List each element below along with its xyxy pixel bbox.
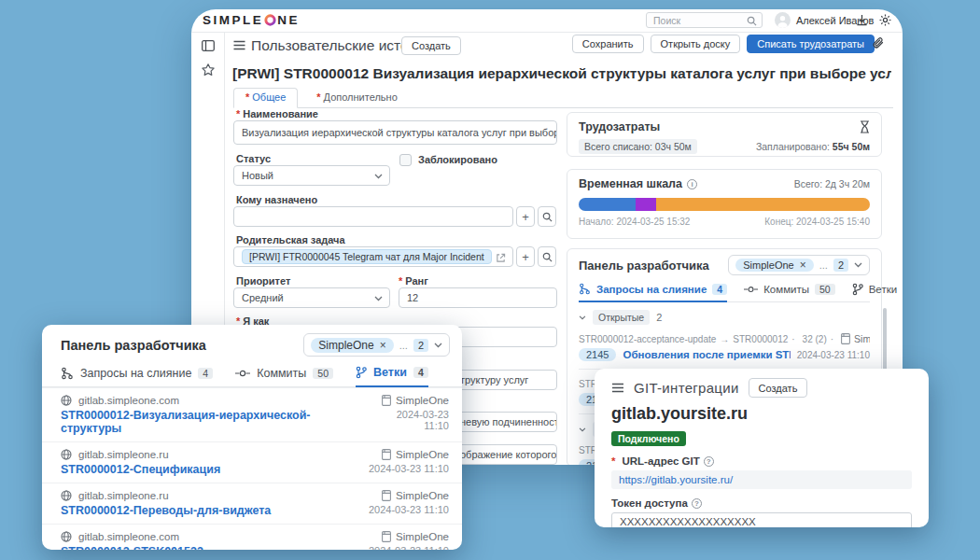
open-board-button[interactable]: Открыть доску (651, 35, 741, 53)
search-placeholder: Поиск (653, 15, 680, 26)
branches-count-badge: 4 (413, 367, 428, 378)
git-card-title[interactable]: GIT-интеграции (634, 380, 739, 396)
parent-add-button[interactable]: + (516, 246, 535, 267)
hamburger-menu-icon[interactable] (611, 383, 624, 393)
globe-icon (61, 395, 72, 406)
branch-link[interactable]: STR0000012-STSK001532 (61, 545, 203, 550)
locked-checkbox[interactable] (399, 154, 412, 166)
dev-panel-tabs: Запросы на слияние 4 Коммиты 50 Ветки 4 (579, 283, 870, 302)
logo-text-post: NE (277, 13, 300, 27)
tab-merge-requests[interactable]: Запросы на слияние 4 (579, 283, 727, 302)
name-field[interactable]: Визуализация иерархической структуры кат… (233, 120, 557, 145)
branch-domain: gitlab.simpleone.ru (61, 490, 271, 501)
remove-tag-icon[interactable]: × (800, 259, 806, 271)
section-open[interactable]: Открытые 2 (579, 310, 870, 325)
dev-card-tabs: Запросы на слияние 4 Коммиты 50 Ветки 4 (42, 366, 462, 387)
repo-filter-tag[interactable]: SimpleOne × (735, 259, 813, 272)
branch-row[interactable]: gitlab.simpleone.com STR0000012-Визуализ… (42, 387, 462, 441)
branch-domain: gitlab.simpleone.com (61, 395, 370, 406)
mr-count-badge: 4 (712, 284, 727, 295)
branch-link[interactable]: STR0000012-Переводы-для-виджета (61, 504, 271, 517)
chevron-down-icon[interactable] (434, 343, 442, 348)
download-icon[interactable] (856, 14, 868, 26)
parent-search-button[interactable] (538, 246, 556, 267)
remove-tag-icon[interactable]: × (380, 340, 386, 351)
dev-card-title: Панель разработчика (61, 338, 206, 353)
section-open-count: 2 (656, 312, 662, 323)
tab-branches[interactable]: Ветки 4 (852, 283, 903, 301)
assignee-add-button[interactable]: + (516, 206, 535, 227)
branch-source: SimpleOne (369, 490, 449, 501)
work-panel-title: Трудозатраты (579, 120, 660, 133)
parent-task-field[interactable]: [PRWI] FTR0000045 Telegram чат для Major… (233, 246, 513, 267)
priority-value: Средний (242, 292, 284, 303)
branch-domain: gitlab.simpleone.ru (61, 449, 220, 460)
journal-icon (382, 449, 391, 460)
required-marker: * (399, 275, 402, 287)
help-icon[interactable]: ? (704, 456, 714, 467)
parent-task-label: Родительская задача (236, 234, 345, 245)
tab-general[interactable]: *Общее (233, 88, 298, 108)
paperclip-icon[interactable] (873, 37, 884, 49)
assignee-search-button[interactable] (538, 206, 556, 227)
save-button[interactable]: Сохранить (572, 35, 644, 53)
hourglass-icon[interactable] (860, 120, 870, 133)
repo-filter-select[interactable]: SimpleOne × ... 2 (303, 333, 450, 357)
section-open-chip: Открытые (593, 310, 650, 325)
board-panel-icon[interactable] (202, 40, 215, 51)
assignee-label: Кому назначено (236, 194, 317, 205)
tab-commits[interactable]: Коммиты 50 (744, 283, 835, 301)
priority-select[interactable]: Средний (233, 287, 390, 308)
tab-merge-requests[interactable]: Запросы на слияние 4 (61, 366, 213, 386)
timeline-total: Всего: 2д 3ч 20м (794, 178, 870, 189)
info-icon[interactable]: i (687, 179, 697, 189)
timeline-end: Конец: 2024-03-25 15:40 (764, 217, 870, 227)
branch-link[interactable]: STR0000012-Спецификация (61, 463, 220, 476)
mr1-source: SimpleOne (841, 333, 870, 344)
git-create-button[interactable]: Создать (749, 378, 808, 398)
search-input[interactable]: Поиск (646, 12, 763, 28)
branch-date: 2024-03-23 11:10 (369, 463, 449, 474)
name-label: *Наименование (236, 108, 318, 119)
branch-row[interactable]: gitlab.simpleone.ru STR0000012-Переводы-… (42, 483, 462, 524)
tab-commits[interactable]: Коммиты 50 (235, 366, 333, 386)
name-value: Визуализация иерархической структуры кат… (242, 127, 557, 138)
branch-source: SimpleOne (369, 449, 449, 460)
tab-additional[interactable]: *Дополнительно (313, 89, 400, 107)
repo-filter-tag[interactable]: SimpleOne × (311, 338, 393, 353)
log-time-button[interactable]: Списать трудозатраты (747, 35, 875, 53)
branch-date: 2024-03-23 11:10 (369, 504, 449, 515)
search-icon (542, 212, 553, 222)
git-token-field[interactable]: XXXXXXXXXXXXXXXXXXX (611, 512, 912, 527)
filter-ellipsis: ... (819, 259, 828, 271)
mr-count-badge: 4 (198, 368, 213, 379)
parent-task-tag[interactable]: [PRWI] FTR0000045 Telegram чат для Major… (242, 249, 492, 264)
logo-text-pre: SIMPLE (203, 13, 263, 27)
repo-filter-select[interactable]: SimpleOne × ... 2 (728, 255, 870, 275)
help-icon[interactable]: ? (692, 498, 702, 509)
hamburger-menu-icon[interactable] (233, 40, 245, 50)
favorite-star-icon[interactable] (201, 63, 216, 77)
commits-count-badge: 50 (815, 284, 835, 295)
status-label: Статус (236, 153, 271, 164)
git-url-field[interactable]: https://gitlab.yoursite.ru/ (611, 470, 912, 489)
settings-gear-icon[interactable] (878, 13, 892, 27)
branch-row[interactable]: gitlab.simpleone.ru STR0000012-Специфика… (42, 441, 462, 483)
rank-field[interactable]: 12 (399, 287, 557, 308)
git-url-link[interactable]: https://gitlab.yoursite.ru/ (619, 474, 733, 485)
required-marker: * (236, 108, 240, 119)
chevron-down-icon[interactable] (854, 262, 862, 268)
branch-row[interactable]: gitlab.simpleone.com STR0000012-STSK0015… (42, 524, 462, 550)
mr1-link[interactable]: Обновления после приемки STR0000012 (623, 349, 790, 360)
assignee-field[interactable] (233, 206, 513, 227)
mr1-row[interactable]: 2145 Обновления после приемки STR0000012… (579, 348, 870, 361)
external-link-icon[interactable] (496, 253, 506, 263)
chevron-down-icon (374, 174, 383, 179)
status-select[interactable]: Новый (233, 165, 390, 186)
tab-branches[interactable]: Ветки 4 (356, 366, 428, 387)
tab-additional-label: Дополнительно (324, 91, 398, 103)
create-button[interactable]: Создать (401, 36, 461, 55)
journal-icon (841, 333, 850, 344)
branch-link[interactable]: STR0000012-Визуализация-иерархической-ст… (61, 409, 370, 435)
avatar[interactable] (775, 12, 791, 28)
